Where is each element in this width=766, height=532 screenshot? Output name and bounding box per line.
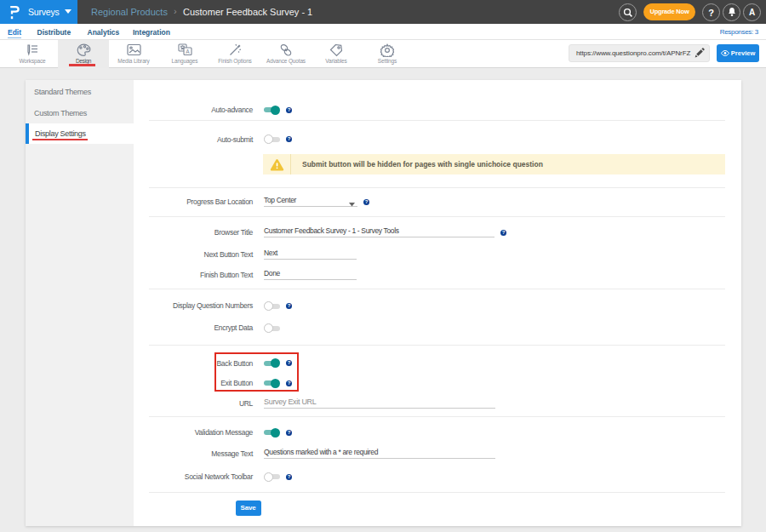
svg-text:A: A (186, 49, 190, 54)
